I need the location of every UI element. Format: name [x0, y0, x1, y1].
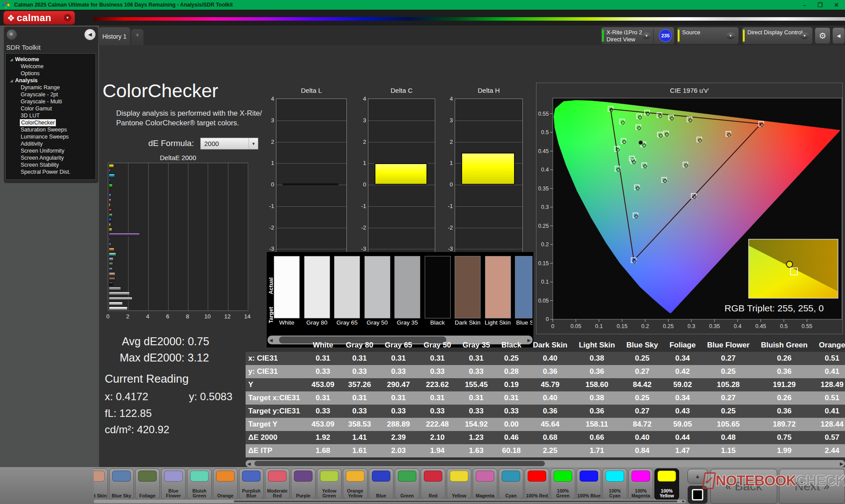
- table-cell: 0.38: [573, 352, 621, 365]
- table-cell: 0.25: [621, 352, 664, 365]
- patch-button-purple[interactable]: Purple: [291, 468, 316, 500]
- patch-button-orange-yellow[interactable]: Orange Yellow: [343, 468, 367, 500]
- swatch-black: [425, 256, 451, 318]
- tab-scroll-left-button[interactable]: ◀: [84, 29, 96, 40]
- tree-expander-icon[interactable]: ◢: [10, 79, 13, 83]
- patch-button-blue-flower[interactable]: Blue Flower: [161, 468, 186, 500]
- patch-button-100-blue[interactable]: 100% Blue: [577, 468, 601, 500]
- patch-button-blue-sky[interactable]: Blue Sky: [109, 468, 134, 500]
- patch-color-chip: [450, 471, 468, 482]
- cie-x-tick: 0.05: [570, 323, 581, 329]
- meter-name: X-Rite i1Pro 2: [606, 29, 642, 36]
- table-cell: 0.31: [496, 391, 527, 405]
- sidebar-item-screen-angularity[interactable]: Screen Angularity: [6, 154, 96, 161]
- sidebar-item-options[interactable]: Options: [6, 70, 96, 77]
- meter-dropdown[interactable]: X-Rite i1Pro 2 Direct View ▼ 235: [601, 27, 674, 44]
- cie-x-tick: 0.25: [663, 323, 673, 329]
- sidebar-item-grayscale-multi[interactable]: Grayscale - Multi: [6, 98, 96, 105]
- delta_h-title: Delta H: [455, 87, 523, 94]
- calman-menu-button[interactable]: ❖ calman ▼: [4, 11, 75, 25]
- patch-label: Green: [400, 482, 414, 500]
- tree-group-analysis[interactable]: ◢Analysis: [6, 77, 96, 84]
- right-panel-collapse-button[interactable]: ◀: [832, 27, 845, 44]
- patch-button-cyan[interactable]: Cyan: [499, 468, 523, 500]
- table-row: ΔE ITP1.681.612.031.941.6360.182.251.710…: [246, 444, 845, 457]
- patch-button-red[interactable]: Red: [421, 468, 445, 500]
- cie-y-tick: 0.5: [541, 129, 549, 135]
- de-formula-select[interactable]: 2000 ▼: [200, 138, 258, 150]
- sidebar-item-colorchecker[interactable]: ColorChecker: [20, 119, 56, 126]
- deltae-bar-100-blue: [109, 179, 110, 183]
- sidebar-item-3d-lut[interactable]: 3D LUT: [6, 112, 96, 119]
- patch-button-light-skin[interactable]: Light Skin: [94, 468, 108, 500]
- table-cell: 0.19: [496, 378, 527, 391]
- tree-expander-icon[interactable]: ◢: [10, 58, 13, 62]
- record-indicator-icon[interactable]: [7, 29, 17, 40]
- tab-history-1[interactable]: History 1: [99, 27, 130, 45]
- sidebar-item-welcome[interactable]: Welcome: [6, 63, 96, 70]
- y-tick-label: 0: [263, 181, 274, 188]
- patch-button-100-red[interactable]: 100% Red: [525, 468, 549, 500]
- sidebar-item-grayscale-2pt[interactable]: Grayscale - 2pt: [6, 91, 96, 98]
- patch-button-purplish-blue[interactable]: Purplish Blue: [239, 468, 264, 500]
- patch-button-yellow-green[interactable]: Yellow Green: [317, 468, 342, 500]
- scroll-right-icon[interactable]: ▶: [840, 460, 843, 467]
- sidebar-item-screen-uniformity[interactable]: Screen Uniformity: [6, 147, 96, 154]
- patch-button-bluish-green[interactable]: Bluish Green: [187, 468, 212, 500]
- patch-button-magenta[interactable]: Magenta: [473, 468, 497, 500]
- deltae-bar-gray-35: [109, 287, 121, 290]
- y-tick-label: 3: [441, 117, 453, 124]
- scrollbar-thumb[interactable]: [234, 500, 677, 502]
- settings-gear-button[interactable]: ⚙: [815, 27, 830, 44]
- sidebar-item-luminance-sweeps[interactable]: Luminance Sweeps: [6, 133, 96, 140]
- table-cell: 0.57: [813, 431, 845, 444]
- patch-button-green[interactable]: Green: [395, 468, 419, 500]
- patch-button-100-yellow[interactable]: 100% Yellow: [654, 468, 679, 500]
- table-cell: 0.27: [702, 391, 755, 405]
- patch-button-100-green[interactable]: 100% Green: [551, 468, 575, 500]
- tree-group-welcome[interactable]: ◢Welcome: [6, 56, 96, 63]
- sidebar-item-saturation-sweeps[interactable]: Saturation Sweeps: [6, 126, 96, 133]
- patch-button-orange[interactable]: Orange: [213, 468, 238, 500]
- patch-button-100-cyan[interactable]: 100% Cyan: [603, 468, 627, 500]
- cie-diagram-panel: CIE 1976 u'v' 00.050.10.150.20.250.30.35…: [536, 83, 843, 334]
- close-icon[interactable]: ✕: [834, 2, 839, 8]
- table-cell: 0.27: [621, 405, 664, 418]
- maximize-icon[interactable]: ❐: [817, 2, 823, 8]
- collapse-strip-button[interactable]: ▲: [687, 469, 708, 484]
- cie-chromaticity-chart: 00.050.10.150.20.250.30.350.40.450.50.55…: [536, 83, 843, 335]
- calman-app-icon: [2, 1, 10, 9]
- back-button[interactable]: « Back: [710, 469, 777, 504]
- scroll-right-icon[interactable]: ▶: [683, 500, 685, 503]
- sidebar-item-additivity[interactable]: Additivity: [6, 140, 96, 147]
- patch-button-yellow[interactable]: Yellow: [447, 468, 471, 500]
- patch-button-blue[interactable]: Blue: [369, 468, 393, 500]
- sidebar-item-spectral-power-dist-[interactable]: Spectral Power Dist.: [6, 168, 96, 175]
- minimize-icon[interactable]: –: [803, 2, 806, 8]
- sidebar-item-color-gamut[interactable]: Color Gamut: [6, 105, 96, 112]
- x-tick-label: 10: [201, 313, 214, 320]
- table-scrollbar[interactable]: ◀ ▶: [246, 460, 845, 467]
- patch-button-100-magenta[interactable]: 100% Magenta: [628, 468, 653, 500]
- sidebar-item-dynamic-range[interactable]: Dynamic Range: [6, 84, 96, 91]
- exposure-badge[interactable]: 235: [659, 29, 672, 42]
- patch-color-chip: [632, 471, 650, 482]
- gridline: [148, 163, 149, 310]
- cie-y-tick: 0.25: [538, 223, 549, 229]
- patch-scrollbar[interactable]: ▶: [94, 500, 686, 503]
- patch-button-foliage[interactable]: Foliage: [135, 468, 160, 500]
- scroll-left-icon[interactable]: ◀: [247, 460, 251, 467]
- patch-button-moderate-red[interactable]: Moderate Red: [265, 468, 290, 500]
- tab-add-button[interactable]: +: [131, 29, 143, 45]
- table-cell: 0.40: [621, 431, 664, 444]
- gridline: [455, 185, 522, 185]
- scrollbar-thumb[interactable]: [254, 461, 545, 466]
- display-control-dropdown[interactable]: Direct Display Control ▼: [742, 27, 812, 44]
- source-dropdown[interactable]: Source ▼: [677, 27, 738, 44]
- stop-measure-button[interactable]: [687, 486, 708, 504]
- sidebar-item-screen-stability[interactable]: Screen Stability: [6, 161, 96, 168]
- gridline: [368, 121, 435, 121]
- next-button[interactable]: Next »: [779, 469, 845, 504]
- delta_l-bar: [283, 183, 338, 185]
- cie-x-tick: 0.45: [755, 323, 766, 329]
